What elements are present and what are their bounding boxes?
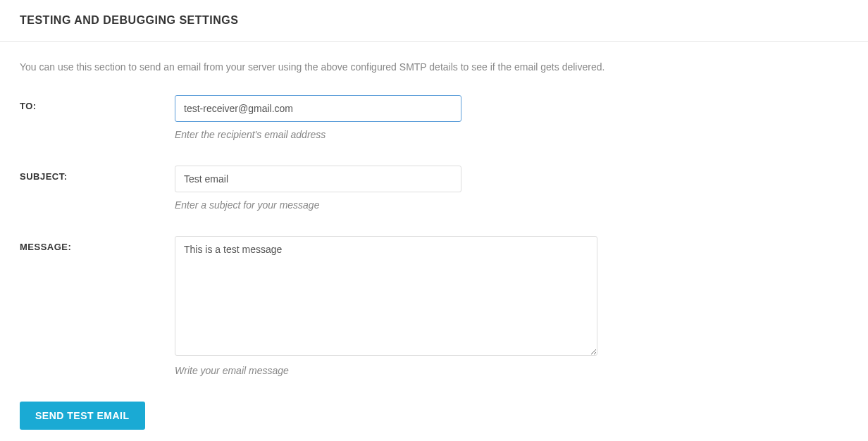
subject-helper: Enter a subject for your message: [175, 199, 461, 211]
to-label: TO:: [20, 95, 175, 111]
subject-row: SUBJECT: Enter a subject for your messag…: [20, 166, 848, 211]
section-description: You can use this section to send an emai…: [20, 61, 848, 73]
message-helper: Write your email message: [175, 365, 597, 376]
send-test-email-button[interactable]: SEND TEST EMAIL: [20, 402, 145, 430]
message-label: MESSAGE:: [20, 236, 175, 252]
message-row: MESSAGE: Write your email message: [20, 236, 848, 376]
message-input[interactable]: [175, 236, 597, 356]
section-title: TESTING AND DEBUGGING SETTINGS: [20, 14, 848, 41]
subject-input[interactable]: [175, 166, 461, 192]
to-input[interactable]: [175, 95, 461, 122]
section-divider: [0, 41, 868, 42]
to-row: TO: Enter the recipient's email address: [20, 95, 848, 140]
to-helper: Enter the recipient's email address: [175, 129, 461, 140]
subject-label: SUBJECT:: [20, 166, 175, 182]
